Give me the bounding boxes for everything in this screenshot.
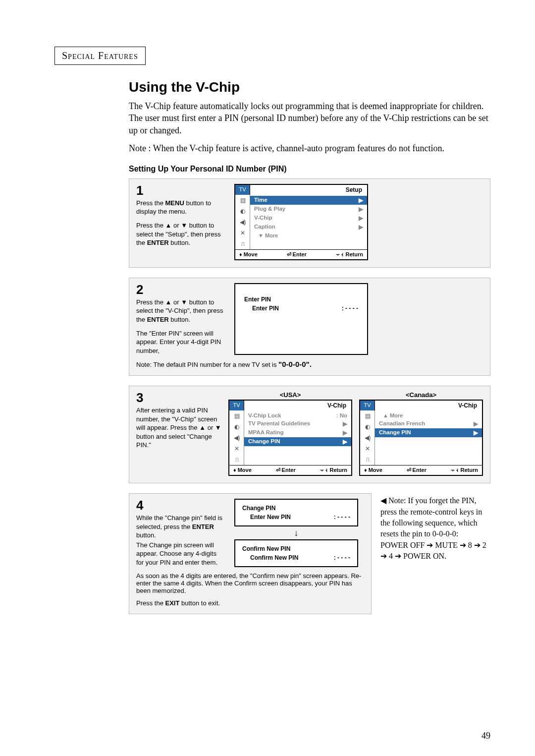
osd-item-can-french: Canadian French▶ — [375, 419, 482, 428]
step-1: 1 Press the MENU button to display the m… — [129, 178, 490, 268]
step-4: 4 While the "Change pin" field is select… — [129, 493, 372, 614]
intro-paragraph: The V-Chip feature automatically locks o… — [129, 100, 490, 136]
step-number: 1 — [136, 184, 225, 197]
osd-items: ▲ More Canadian French▶ Change PIN▶ . — [375, 410, 482, 465]
step-number: 3 — [136, 391, 221, 404]
osd-confirm-pin: Confirm New PIN Confirm New PIN : - - - … — [234, 539, 358, 567]
osd-tab: TV — [235, 185, 250, 195]
osd-item-more: ▼ More — [250, 232, 367, 239]
confirm-new-pin-value: : - - - - — [334, 554, 350, 561]
osd-plain-title: Confirm New PIN — [242, 545, 350, 552]
osd-item-tv-guidelines: TV Parental Guidelines▶ — [244, 419, 351, 428]
step-1-text-1: Press the MENU button to display the men… — [136, 199, 225, 216]
osd-vchip-canada: TV V-Chip ▤ ◐ ◀) ✕ ⎍ ▲ More C — [359, 400, 483, 476]
sound-icon: ◐ — [360, 421, 375, 432]
sliders-icon: ⎍ — [360, 454, 375, 465]
osd-vchip-usa: TV V-Chip ▤ ◐ ◀) ✕ ⎍ V-Chip Lock: No — [228, 400, 352, 476]
sound-icon: ◐ — [235, 206, 250, 217]
step-2-text-1: Press the ▲ or ▼ button to select the "V… — [136, 298, 225, 324]
osd-plain-title: Enter PIN — [244, 296, 358, 303]
note-paragraph: Note : When the V-chip feature is active… — [129, 143, 490, 154]
step-2: 2 Press the ▲ or ▼ button to select the … — [129, 278, 490, 376]
picture-icon: ▤ — [229, 410, 244, 421]
osd-footer: ♦ Move ⏎ Enter ⫟⫞ Return — [360, 465, 482, 475]
osd-item-more: ▲ More — [375, 411, 482, 419]
osd-title: V-Chip — [244, 401, 351, 410]
osd-tab: TV — [229, 401, 244, 410]
osd-enter-pin: Enter PIN Enter PIN : - - - - — [234, 283, 368, 355]
osd-title: V-Chip — [375, 401, 482, 410]
osd-item-mpaa: MPAA Rating▶ — [244, 428, 351, 437]
footer-return: ⫟⫞ Return — [335, 251, 363, 258]
osd-tab: TV — [360, 401, 375, 410]
enter-pin-value: : - - - - — [342, 305, 358, 312]
osd-items: V-Chip Lock: No TV Parental Guidelines▶ … — [244, 410, 351, 465]
page-title: Using the V-Chip — [129, 79, 490, 95]
section-header: Special Features — [54, 47, 146, 65]
setup-icon: ✕ — [360, 443, 375, 454]
osd-title: Setup — [250, 185, 367, 195]
channel-icon: ◀) — [229, 432, 244, 443]
down-arrow-icon: ↓ — [234, 528, 358, 537]
usa-heading: <USA> — [228, 391, 352, 399]
step-4-footnote: As soon as the 4 digits are entered, the… — [136, 572, 364, 594]
osd-item-time: Time▶ — [250, 196, 367, 205]
osd-item-vchip-lock: V-Chip Lock: No — [244, 411, 351, 419]
osd-change-pin: Change PIN Enter New PIN : - - - - — [234, 499, 358, 526]
osd-setup-menu: TV Setup ▤ ◐ ◀) ✕ ⎍ Time▶ Plug & Play▶ V… — [234, 184, 368, 260]
step-2-footnote: Note: The default PIN number for a new T… — [136, 360, 483, 368]
step-4-footnote-2: Press the EXIT button to exit. — [136, 599, 364, 607]
confirm-new-pin-label: Confirm New PIN — [250, 554, 334, 561]
channel-icon: ◀) — [360, 432, 375, 443]
picture-icon: ▤ — [235, 195, 250, 206]
step-2-text-2: The "Enter PIN" screen will appear. Ente… — [136, 329, 225, 355]
osd-plain-title: Change PIN — [242, 505, 350, 512]
channel-icon: ◀) — [235, 217, 250, 228]
footer-enter: ⏎ Enter — [287, 251, 307, 258]
enter-new-pin-value: : - - - - — [334, 514, 350, 521]
step-3: 3 After entering a valid PIN number, the… — [129, 386, 490, 483]
sound-icon: ◐ — [229, 421, 244, 432]
page-number: 49 — [482, 731, 490, 741]
step-3-text: After entering a valid PIN number, the "… — [136, 406, 221, 450]
osd-item-change-pin: Change PIN▶ — [375, 428, 482, 437]
osd-items: Time▶ Plug & Play▶ V-Chip▶ Caption▶ ▼ Mo… — [250, 195, 367, 249]
osd-item-change-pin: Change PIN▶ — [244, 437, 351, 446]
step-number: 4 — [136, 499, 225, 512]
sliders-icon: ⎍ — [229, 454, 244, 465]
step-4-text-1: While the "Change pin" field is selected… — [136, 514, 225, 540]
sliders-icon: ⎍ — [235, 238, 250, 249]
setup-icon: ✕ — [229, 443, 244, 454]
step-1-text-2: Press the ▲ or ▼ button to select the "S… — [136, 221, 225, 247]
canada-heading: <Canada> — [359, 391, 483, 399]
enter-new-pin-label: Enter New PIN — [250, 514, 334, 521]
step-4-text-2: The Change pin screen will appear. Choos… — [136, 541, 225, 567]
enter-pin-label: Enter PIN — [252, 305, 342, 312]
subsection-heading: Setting Up Your Personal ID Number (PIN) — [129, 165, 490, 174]
picture-icon: ▤ — [360, 410, 375, 421]
osd-item-plugplay: Plug & Play▶ — [250, 205, 367, 214]
step-4-sidenote: ◀ Note: If you forget the PIN, press the… — [380, 493, 490, 614]
osd-footer: ♦ Move ⏎ Enter ⫟⫞ Return — [229, 465, 351, 475]
osd-sidebar-icons: ▤ ◐ ◀) ✕ ⎍ — [360, 410, 375, 465]
osd-sidebar-icons: ▤ ◐ ◀) ✕ ⎍ — [229, 410, 244, 465]
setup-icon: ✕ — [235, 228, 250, 238]
osd-item-caption: Caption▶ — [250, 223, 367, 232]
osd-footer: ♦ Move ⏎ Enter ⫟⫞ Return — [235, 249, 367, 259]
step-number: 2 — [136, 283, 225, 296]
step-4-row: 4 While the "Change pin" field is select… — [129, 493, 490, 614]
osd-sidebar-icons: ▤ ◐ ◀) ✕ ⎍ — [235, 195, 250, 249]
osd-item-vchip: V-Chip▶ — [250, 214, 367, 223]
footer-move: ♦ Move — [239, 251, 258, 258]
